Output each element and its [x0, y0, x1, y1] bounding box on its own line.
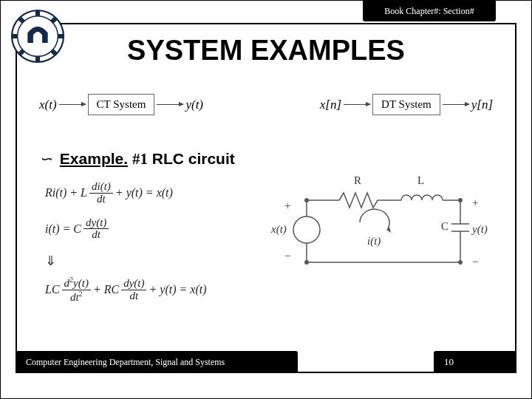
equation-1: Ri(t) + L di(t) dt + y(t) = x(t)	[45, 181, 245, 205]
ct-input: x(t)	[39, 98, 57, 112]
svg-point-21	[459, 199, 462, 202]
fraction: d2y(t) dt2	[62, 276, 91, 304]
denominator: dt	[95, 194, 108, 205]
fraction: di(t) dt	[89, 181, 113, 205]
example-name: RLC circuit	[152, 150, 235, 167]
ct-output: y(t)	[185, 98, 203, 112]
minus-label: −	[284, 250, 290, 262]
eq-text: + RC	[93, 283, 119, 296]
footer-dept: Computer Engineering Department, Signal …	[17, 351, 298, 373]
numerator: di(t)	[89, 181, 113, 194]
l-label: L	[417, 174, 424, 186]
arrow-icon	[157, 104, 183, 105]
plus-label: +	[472, 197, 478, 208]
implies-icon: ⇓	[45, 253, 245, 269]
ct-system-block: x(t) CT System y(t)	[39, 94, 203, 115]
superscript: 2	[79, 290, 83, 298]
eq-text: dt	[70, 291, 79, 303]
numerator: dy(t)	[121, 278, 146, 290]
fraction: dy(t) dt	[121, 278, 146, 302]
example-label: Example.	[60, 150, 128, 167]
example-number: #1	[132, 150, 148, 168]
arrow-icon	[344, 104, 370, 105]
chapter-label: Book Chapter#: Section#	[384, 6, 474, 17]
equations: Ri(t) + L di(t) dt + y(t) = x(t) i(t) = …	[45, 181, 245, 316]
dt-box: DT System	[372, 94, 440, 115]
content-frame: SYSTEM EXAMPLES x(t) CT System y(t) x[n]…	[16, 23, 516, 373]
r-label: R	[354, 174, 361, 186]
slide: Book Chapter#: Section#	[0, 0, 532, 399]
dt-input: x[n]	[320, 98, 341, 112]
ct-box: CT System	[88, 94, 155, 115]
eq-text: + y(t) = x(t)	[115, 186, 173, 200]
plus-label: +	[284, 200, 290, 211]
denominator: dt	[89, 229, 103, 241]
svg-point-22	[459, 261, 462, 264]
c-label: C	[441, 220, 449, 232]
footer-page: 10	[434, 351, 515, 373]
denominator: dt2	[68, 290, 85, 304]
denominator: dt	[127, 290, 140, 302]
eq-text: LC	[45, 283, 60, 296]
x-label: x(t)	[271, 223, 287, 236]
equation-3: LC d2y(t) dt2 + RC dy(t) dt + y(t) = x(t…	[45, 276, 245, 304]
svg-rect-2	[35, 10, 40, 16]
eq-text: i(t) = C	[45, 222, 81, 236]
i-label: i(t)	[367, 235, 381, 248]
fraction: dy(t) dt	[83, 217, 109, 242]
dt-system-block: x[n] DT System y[n]	[320, 94, 493, 115]
dept-label: Computer Engineering Department, Signal …	[26, 357, 225, 368]
slide-title: SYSTEM EXAMPLES	[17, 35, 515, 66]
arrow-icon	[59, 104, 86, 105]
eq-text: + y(t) = x(t)	[149, 283, 206, 296]
arrow-icon	[443, 104, 469, 105]
y-label: y(t)	[471, 223, 488, 236]
eq-text: y(t)	[73, 277, 89, 289]
example-heading: ∽ Example. #1 RLC circuit	[39, 150, 235, 168]
chapter-tab: Book Chapter#: Section#	[363, 1, 496, 21]
numerator: d2y(t)	[62, 276, 91, 290]
dt-output: y[n]	[471, 98, 493, 112]
rlc-circuit-diagram: R L C x(t) y(t) i(t) + − + −	[271, 171, 493, 289]
numerator: dy(t)	[83, 217, 109, 230]
eq-text: d	[64, 277, 70, 289]
svg-point-20	[293, 216, 320, 243]
eq-text: Ri(t) + L	[45, 186, 87, 200]
svg-point-24	[305, 261, 308, 264]
svg-point-23	[305, 199, 308, 202]
equation-2: i(t) = C dy(t) dt	[45, 217, 245, 242]
bullet-icon: ∽	[39, 150, 52, 168]
systems-row: x(t) CT System y(t) x[n] DT System y[n]	[39, 94, 493, 115]
minus-label: −	[472, 256, 478, 267]
page-number: 10	[444, 356, 454, 368]
